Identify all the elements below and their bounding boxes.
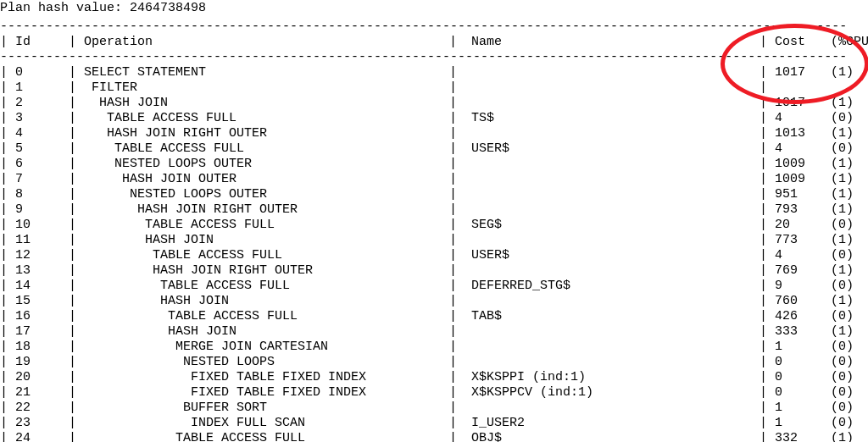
plan-row: |13 | HASH JOIN RIGHT OUTER||769(1)| xyxy=(0,263,868,279)
separator-mid: ----------------------------------------… xyxy=(0,50,868,65)
row-id: 1 xyxy=(15,80,61,96)
row-name: DEFERRED_STG$ xyxy=(465,279,760,294)
row-name: I_USER2 xyxy=(465,416,760,431)
row-id: 16 xyxy=(15,309,61,324)
row-cost: 20 xyxy=(775,218,831,233)
row-operation: SELECT STATEMENT xyxy=(76,65,449,80)
row-pcpu: (1) xyxy=(831,202,868,218)
row-id: 11 xyxy=(15,233,61,248)
row-cost: 4 xyxy=(775,248,831,263)
row-name xyxy=(465,324,760,340)
row-pcpu: (1) xyxy=(831,126,868,141)
row-cost: 1009 xyxy=(775,172,831,187)
col-cost: Cost xyxy=(775,35,831,50)
row-id: 7 xyxy=(15,172,61,187)
row-cost: 426 xyxy=(775,309,831,324)
row-pcpu xyxy=(831,80,868,96)
plan-row: |17 | HASH JOIN||333(1)| xyxy=(0,324,868,340)
row-cost: 1009 xyxy=(775,157,831,172)
row-operation: BUFFER SORT xyxy=(76,401,449,416)
plan-row: |1 | FILTER||| xyxy=(0,80,868,96)
row-name xyxy=(465,187,760,202)
row-pcpu: (1) xyxy=(831,324,868,340)
row-cost: 769 xyxy=(775,263,831,279)
row-pcpu: (1) xyxy=(831,157,868,172)
row-id: 15 xyxy=(15,294,61,309)
row-name: SEG$ xyxy=(465,218,760,233)
row-pcpu: (0) xyxy=(831,218,868,233)
row-id: 10 xyxy=(15,218,61,233)
row-pcpu: (1) xyxy=(831,65,868,80)
row-operation: HASH JOIN xyxy=(76,96,449,111)
row-cost: 773 xyxy=(775,233,831,248)
row-id: 4 xyxy=(15,126,61,141)
separator-top: ----------------------------------------… xyxy=(0,19,868,35)
row-pcpu: (0) xyxy=(831,416,868,431)
row-operation: NESTED LOOPS xyxy=(76,355,449,370)
row-pcpu: (0) xyxy=(831,370,868,385)
col-name: Name xyxy=(465,35,760,50)
row-pcpu: (1) xyxy=(831,431,868,442)
row-operation: FIXED TABLE FIXED INDEX xyxy=(76,385,449,401)
row-name xyxy=(465,80,760,96)
row-name xyxy=(465,263,760,279)
col-operation: Operation xyxy=(76,35,449,50)
plan-row: |24 | TABLE ACCESS FULL|OBJ$|332(1)| xyxy=(0,431,868,442)
row-name xyxy=(465,157,760,172)
row-operation: TABLE ACCESS FULL xyxy=(76,111,449,126)
row-id: 6 xyxy=(15,157,61,172)
row-name: X$KSPPCV (ind:1) xyxy=(465,385,760,401)
plan-row: |6 | NESTED LOOPS OUTER||1009(1)| xyxy=(0,157,868,172)
row-operation: TABLE ACCESS FULL xyxy=(76,279,449,294)
row-id: 9 xyxy=(15,202,61,218)
row-pcpu: (1) xyxy=(831,96,868,111)
row-pcpu: (0) xyxy=(831,141,868,157)
row-pcpu: (0) xyxy=(831,279,868,294)
plan-hash-value: 2464738498 xyxy=(130,1,206,15)
row-cost: 1 xyxy=(775,401,831,416)
plan-row: |9 | HASH JOIN RIGHT OUTER||793(1)| xyxy=(0,202,868,218)
plan-row: |14 | TABLE ACCESS FULL|DEFERRED_STG$|9(… xyxy=(0,279,868,294)
plan-row: |23 | INDEX FULL SCAN|I_USER2|1(0)| xyxy=(0,416,868,431)
row-cost: 1 xyxy=(775,416,831,431)
plan-row: |21 | FIXED TABLE FIXED INDEX|X$KSPPCV (… xyxy=(0,385,868,401)
row-operation: HASH JOIN xyxy=(76,233,449,248)
row-id: 2 xyxy=(15,96,61,111)
row-name xyxy=(465,65,760,80)
row-id: 8 xyxy=(15,187,61,202)
row-cost xyxy=(775,80,831,96)
row-cost: 1013 xyxy=(775,126,831,141)
row-cost: 9 xyxy=(775,279,831,294)
row-id: 18 xyxy=(15,340,61,355)
plan-hash-line: Plan hash value: 2464738498 xyxy=(0,0,868,19)
plan-row: |22 | BUFFER SORT||1(0)| xyxy=(0,401,868,416)
row-name: USER$ xyxy=(465,248,760,263)
row-name xyxy=(465,126,760,141)
row-cost: 4 xyxy=(775,111,831,126)
row-id: 21 xyxy=(15,385,61,401)
row-operation: TABLE ACCESS FULL xyxy=(76,431,449,442)
row-name xyxy=(465,340,760,355)
row-pcpu: (0) xyxy=(831,355,868,370)
row-operation: NESTED LOOPS OUTER xyxy=(76,157,449,172)
plan-row: |7 | HASH JOIN OUTER||1009(1)| xyxy=(0,172,868,187)
row-operation: TABLE ACCESS FULL xyxy=(76,248,449,263)
explain-plan-table: | Id | Operation | Name | Cost (%CPU) | … xyxy=(0,35,868,442)
row-pcpu: (0) xyxy=(831,340,868,355)
row-pcpu: (1) xyxy=(831,263,868,279)
row-name: TS$ xyxy=(465,111,760,126)
row-id: 14 xyxy=(15,279,61,294)
row-id: 5 xyxy=(15,141,61,157)
row-id: 23 xyxy=(15,416,61,431)
row-cost: 1017 xyxy=(775,96,831,111)
row-operation: NESTED LOOPS OUTER xyxy=(76,187,449,202)
plan-row: |4 | HASH JOIN RIGHT OUTER||1013(1)| xyxy=(0,126,868,141)
row-pcpu: (0) xyxy=(831,401,868,416)
row-cost: 0 xyxy=(775,355,831,370)
plan-header-row: | Id | Operation | Name | Cost (%CPU) | xyxy=(0,35,868,50)
plan-row: |11 | HASH JOIN||773(1)| xyxy=(0,233,868,248)
row-id: 3 xyxy=(15,111,61,126)
row-id: 24 xyxy=(15,431,61,442)
row-name: X$KSPPI (ind:1) xyxy=(465,370,760,385)
row-id: 13 xyxy=(15,263,61,279)
